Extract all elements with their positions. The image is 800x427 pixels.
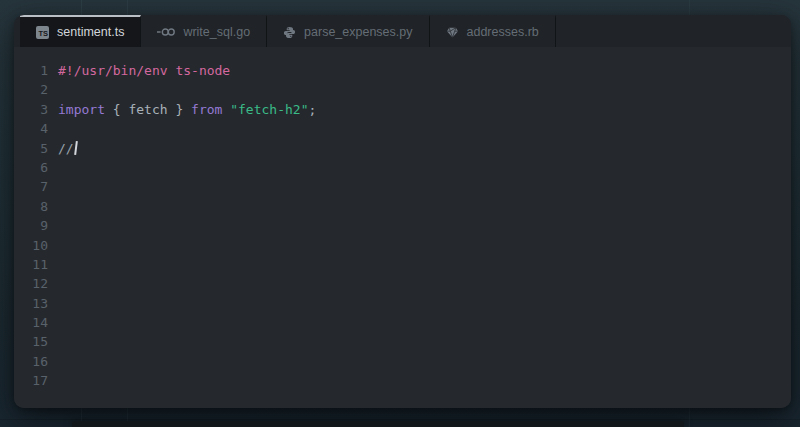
line-number: 1	[14, 61, 48, 80]
line-number: 6	[14, 158, 48, 177]
code-line[interactable]: 10	[14, 236, 791, 255]
line-number: 17	[14, 371, 48, 390]
tab-label: sentiment.ts	[57, 25, 124, 39]
desktop-background: TS sentiment.ts write_sql.go	[0, 0, 800, 427]
tab-label: addresses.rb	[467, 25, 539, 39]
line-number: 15	[14, 332, 48, 351]
python-icon	[283, 26, 296, 39]
line-number: 16	[14, 352, 48, 371]
code-line[interactable]: 7	[14, 177, 791, 196]
line-number: 11	[14, 255, 48, 274]
tab-parse-expenses-py[interactable]: parse_expenses.py	[267, 15, 429, 47]
code-line[interactable]: 2	[14, 80, 791, 99]
code-line[interactable]: 11	[14, 255, 791, 274]
line-number: 2	[14, 80, 48, 99]
line-number: 7	[14, 177, 48, 196]
code-text: //	[58, 139, 76, 158]
typescript-icon: TS	[36, 26, 49, 39]
code-line[interactable]: 5//	[14, 139, 791, 158]
code-line[interactable]: 13	[14, 294, 791, 313]
line-number: 4	[14, 119, 48, 138]
code-line[interactable]: 3import { fetch } from "fetch-h2";	[14, 100, 791, 119]
background-window-edge	[72, 421, 684, 427]
code-editor-window: TS sentiment.ts write_sql.go	[14, 15, 791, 408]
code-text: #!/usr/bin/env ts-node	[58, 61, 230, 80]
code-line[interactable]: 17	[14, 371, 791, 390]
line-number: 9	[14, 216, 48, 235]
code-line[interactable]: 6	[14, 158, 791, 177]
line-number: 14	[14, 313, 48, 332]
code-line[interactable]: 12	[14, 274, 791, 293]
code-line[interactable]: 14	[14, 313, 791, 332]
code-line[interactable]: 16	[14, 352, 791, 371]
code-text: import { fetch } from "fetch-h2";	[58, 100, 316, 119]
tab-bar: TS sentiment.ts write_sql.go	[14, 15, 791, 47]
ruby-icon	[446, 26, 459, 39]
line-number: 13	[14, 294, 48, 313]
line-number: 5	[14, 139, 48, 158]
line-number: 8	[14, 197, 48, 216]
code-line[interactable]: 8	[14, 197, 791, 216]
code-line[interactable]: 9	[14, 216, 791, 235]
code-line[interactable]: 4	[14, 119, 791, 138]
go-icon	[157, 27, 175, 37]
editor-pane[interactable]: 1#!/usr/bin/env ts-node23import { fetch …	[14, 47, 791, 408]
line-number: 10	[14, 236, 48, 255]
tab-label: parse_expenses.py	[304, 25, 412, 39]
editor-lines: 1#!/usr/bin/env ts-node23import { fetch …	[14, 61, 791, 391]
tab-addresses-rb[interactable]: addresses.rb	[430, 15, 556, 47]
code-line[interactable]: 15	[14, 332, 791, 351]
text-cursor	[74, 141, 77, 155]
tab-write-sql-go[interactable]: write_sql.go	[141, 15, 267, 47]
tab-sentiment-ts[interactable]: TS sentiment.ts	[20, 15, 141, 47]
tab-label: write_sql.go	[183, 25, 250, 39]
code-line[interactable]: 1#!/usr/bin/env ts-node	[14, 61, 791, 80]
line-number: 3	[14, 100, 48, 119]
line-number: 12	[14, 274, 48, 293]
